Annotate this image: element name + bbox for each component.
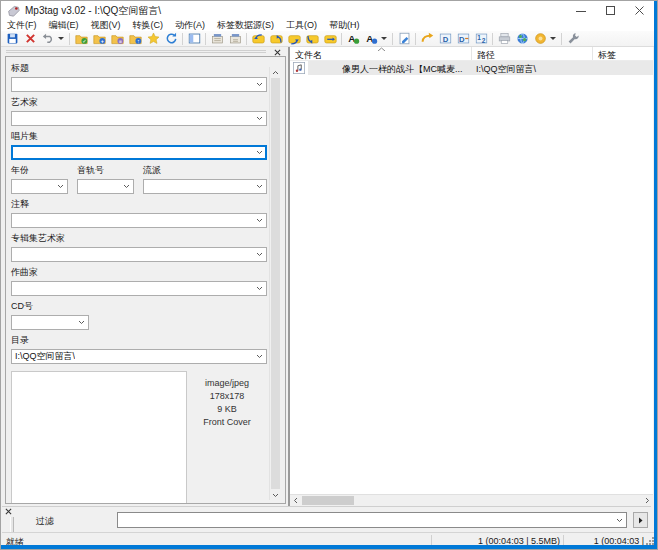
chevron-down-icon[interactable] — [256, 82, 263, 87]
field-combo-composer[interactable] — [11, 281, 267, 296]
column-header-path[interactable]: 路径 — [472, 47, 593, 60]
chevron-down-icon[interactable] — [550, 37, 556, 40]
menu-convert[interactable]: 转换(C) — [127, 20, 170, 31]
file-list: 文件名路径标签 像男人一样的战斗【MC喊麦...I:\QQ空间留言\ — [290, 47, 653, 506]
resize-grip[interactable] — [645, 536, 654, 545]
actions-button[interactable]: A — [362, 31, 380, 46]
field-combo-directory[interactable]: I:\QQ空间留言\ — [11, 349, 267, 364]
filter-apply-button[interactable] — [633, 512, 648, 528]
scrollbar-thumb[interactable] — [302, 496, 354, 505]
file-list-hscrollbar[interactable] — [290, 494, 653, 506]
svg-text:A: A — [366, 33, 373, 44]
toolbar-separator — [415, 33, 416, 45]
options-button[interactable] — [564, 31, 582, 46]
refresh-button[interactable] — [162, 31, 180, 46]
maximize-button[interactable] — [596, 1, 624, 20]
menu-edit[interactable]: 编辑(E) — [43, 20, 85, 31]
chevron-down-icon[interactable] — [256, 150, 263, 155]
convert-tag-tag-button[interactable] — [321, 31, 339, 46]
field-label-discnumber: CD号 — [11, 300, 267, 313]
tag-panel-grip[interactable] — [2, 47, 288, 56]
field-label-artist: 艺术家 — [11, 96, 267, 109]
chevron-down-icon[interactable] — [381, 37, 387, 40]
extended-tags-button[interactable] — [395, 31, 413, 46]
field-combo-album[interactable] — [11, 145, 267, 160]
field-combo-albumartist[interactable] — [11, 247, 267, 262]
cell-path: I:\QQ空间留言\ — [476, 63, 594, 76]
convert-filename-tag-button[interactable] — [267, 31, 285, 46]
tag-panel-close-icon[interactable] — [272, 48, 282, 56]
svg-text:≡: ≡ — [118, 38, 121, 44]
scroll-right-icon[interactable] — [642, 495, 653, 506]
discogs-button[interactable]: D — [436, 31, 454, 46]
main-area: 标题艺术家唱片集年份音轨号流派注释专辑集艺术家作曲家CD号目录I:\QQ空间留言… — [2, 47, 653, 506]
parent-directory-button[interactable]: ↑ — [126, 31, 144, 46]
save-tag-button[interactable] — [3, 31, 21, 46]
web-button[interactable] — [513, 31, 531, 46]
field-combo-year[interactable] — [11, 179, 68, 194]
filter-close-icon[interactable] — [5, 508, 12, 515]
filter-grip[interactable] — [10, 517, 14, 532]
scroll-down-icon[interactable] — [270, 490, 281, 500]
grip-lines — [6, 50, 266, 53]
minimize-button[interactable] — [567, 1, 595, 20]
close-button[interactable] — [625, 1, 653, 20]
chevron-down-icon[interactable] — [57, 184, 64, 189]
playlist-all-button[interactable] — [226, 31, 244, 46]
svg-text:D: D — [442, 35, 448, 44]
field-combo-artist[interactable] — [11, 111, 267, 126]
scrollbar-thumb[interactable] — [271, 78, 280, 489]
chevron-down-icon[interactable] — [256, 252, 263, 257]
export-button[interactable] — [495, 31, 513, 46]
chevron-down-icon[interactable] — [256, 286, 263, 291]
numbering-wizard-button[interactable]: 12 — [472, 31, 490, 46]
menubar: 文件(F)编辑(E)视图(V)转换(C)动作(A)标签数据源(S)工具(O)帮助… — [1, 20, 657, 31]
field-combo-comment[interactable] — [11, 213, 267, 228]
field-label-year: 年份 — [11, 164, 68, 177]
filter-input[interactable] — [117, 512, 627, 528]
field-combo-title[interactable] — [11, 77, 267, 92]
desktop-edge-right — [654, 1, 657, 549]
chevron-down-icon[interactable] — [78, 320, 85, 325]
svg-text:2: 2 — [481, 37, 485, 44]
menu-help[interactable]: 帮助(H) — [323, 20, 366, 31]
case-conversion-button[interactable]: A — [344, 31, 362, 46]
album-art-box[interactable] — [11, 371, 187, 504]
scroll-up-icon[interactable] — [270, 67, 281, 77]
field-combo-discnumber[interactable] — [11, 315, 89, 330]
change-directory-button[interactable]: ✓ — [72, 31, 90, 46]
musicbrainz-button[interactable]: D — [454, 31, 472, 46]
add-directory-button[interactable]: + — [90, 31, 108, 46]
chevron-down-icon[interactable] — [256, 354, 263, 359]
table-row[interactable]: 像男人一样的战斗【MC喊麦...I:\QQ空间留言\ — [290, 61, 653, 75]
chevron-down-icon[interactable] — [58, 37, 64, 40]
tag-panel-toggle-button[interactable] — [185, 31, 203, 46]
chevron-down-icon[interactable] — [256, 116, 263, 121]
convert-text-file-tag-button[interactable] — [303, 31, 321, 46]
column-header-tag[interactable]: 标签 — [593, 47, 658, 60]
playlist-button[interactable] — [208, 31, 226, 46]
convert-tag-filename-button[interactable] — [249, 31, 267, 46]
menu-tools[interactable]: 工具(O) — [280, 20, 323, 31]
chevron-down-icon[interactable] — [123, 184, 130, 189]
convert-filename-filename-button[interactable] — [285, 31, 303, 46]
field-label-album: 唱片集 — [11, 130, 267, 143]
tag-source-button[interactable] — [418, 31, 436, 46]
donate-button[interactable] — [531, 31, 549, 46]
field-combo-genre[interactable] — [143, 179, 267, 194]
favorite-directories-button[interactable] — [144, 31, 162, 46]
chevron-down-icon[interactable] — [616, 518, 623, 523]
menu-tag-sources[interactable]: 标签数据源(S) — [211, 20, 280, 31]
tag-panel-scrollbar[interactable] — [269, 67, 281, 500]
chevron-down-icon[interactable] — [256, 184, 263, 189]
field-combo-track[interactable] — [77, 179, 134, 194]
chevron-down-icon[interactable] — [256, 218, 263, 223]
select-directory-button[interactable]: ≡ — [108, 31, 126, 46]
remove-tag-button[interactable] — [21, 31, 39, 46]
undo-button[interactable] — [39, 31, 57, 46]
menu-view[interactable]: 视图(V) — [85, 20, 127, 31]
field-label-track: 音轨号 — [77, 164, 134, 177]
menu-actions[interactable]: 动作(A) — [169, 20, 211, 31]
menu-file[interactable]: 文件(F) — [1, 20, 43, 31]
scroll-left-icon[interactable] — [290, 495, 301, 506]
